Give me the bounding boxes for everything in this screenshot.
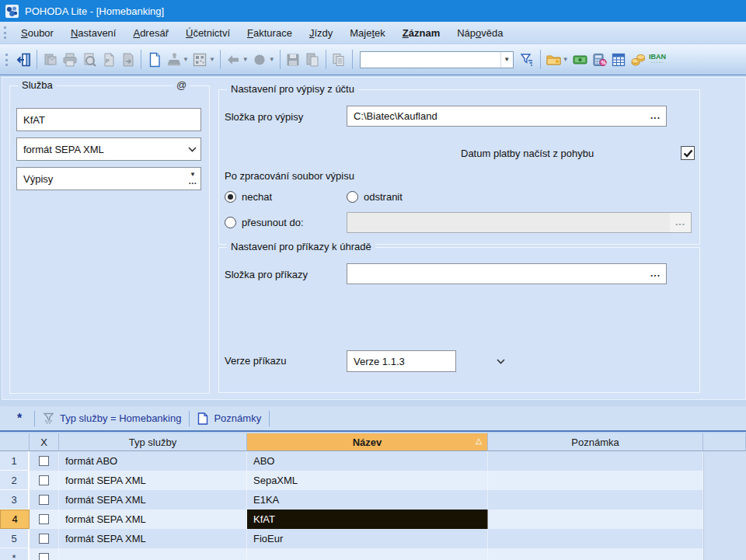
quick-search-combo[interactable]: ▼ — [360, 51, 514, 68]
presunout-folder-input[interactable] — [347, 213, 670, 232]
folder-vypisy-field[interactable]: ... — [347, 106, 667, 127]
ellipsis-icon[interactable]: ... — [189, 178, 197, 185]
table-row[interactable]: 1 formát ABO ABO — [0, 451, 746, 471]
cell-typ-sluzby[interactable] — [59, 548, 247, 560]
radio-presunout[interactable]: přesunout do: — [225, 217, 304, 228]
qr-dropdown-icon[interactable]: ▼ — [209, 56, 215, 63]
row-checkbox-cell[interactable] — [30, 529, 59, 548]
row-checkbox-cell[interactable] — [30, 548, 59, 560]
iban-icon[interactable]: IBAN····· — [648, 50, 668, 69]
cell-typ-sluzby[interactable]: formát SEPA XML — [59, 510, 247, 529]
cell-typ-sluzby[interactable]: formát SEPA XML — [59, 529, 247, 548]
presunout-folder-field[interactable]: ... — [347, 212, 692, 233]
print-preview-icon[interactable] — [79, 50, 99, 69]
cell-nazev[interactable]: SepaXML — [247, 471, 488, 490]
cell-poznamka[interactable] — [488, 548, 703, 560]
row-number[interactable]: 5 — [0, 529, 30, 548]
row-checkbox-cell[interactable] — [30, 451, 59, 471]
currency-icon[interactable] — [629, 50, 648, 69]
tab-poznamky[interactable]: Poznámky — [190, 406, 269, 430]
menu-ucetnictvi[interactable]: Účetnictví — [177, 23, 239, 43]
combo-dropdown-icon[interactable]: ▼ — [500, 52, 513, 68]
row-checkbox-cell[interactable] — [30, 490, 59, 510]
row-checkbox[interactable] — [39, 456, 49, 466]
header-x[interactable]: X — [30, 433, 59, 451]
favorites-dropdown-icon[interactable]: ▼ — [563, 56, 569, 63]
table-row[interactable]: 3 formát SEPA XML E1KA — [0, 490, 746, 510]
service-agenda-value[interactable] — [17, 168, 185, 190]
exit-icon[interactable] — [14, 50, 33, 69]
calculator-icon[interactable] — [609, 50, 629, 69]
save-icon[interactable] — [284, 50, 303, 69]
row-number[interactable]: 3 — [0, 490, 30, 510]
radio-button-icon[interactable] — [225, 217, 236, 228]
row-checkbox[interactable] — [39, 534, 49, 544]
row-checkbox[interactable] — [39, 495, 49, 505]
header-poznamka[interactable]: Poznámka — [488, 433, 703, 451]
cell-poznamka[interactable] — [488, 510, 703, 529]
cell-poznamka[interactable] — [488, 529, 703, 548]
radio-button-icon[interactable] — [225, 191, 236, 203]
tax-calculator-icon[interactable]: % — [590, 50, 609, 69]
quick-search-input[interactable] — [361, 53, 500, 67]
row-number[interactable]: 4 — [0, 510, 30, 529]
cell-typ-sluzby[interactable]: formát SEPA XML — [59, 471, 247, 490]
row-checkbox[interactable] — [39, 553, 49, 560]
agenda-split-button[interactable]: ▼ ... — [185, 168, 200, 190]
stamp-dropdown-icon[interactable]: ▼ — [183, 56, 189, 63]
verze-prikazu-value[interactable] — [347, 351, 497, 371]
table-row[interactable]: 2 formát SEPA XML SepaXML — [0, 471, 746, 490]
service-format-value[interactable] — [17, 138, 183, 160]
back-dropdown-icon[interactable]: ▼ — [242, 56, 249, 63]
menu-nastaveni[interactable]: Nastavení — [62, 23, 125, 43]
header-gutter[interactable] — [0, 433, 30, 451]
radio-odstranit[interactable]: odstranit — [347, 191, 403, 203]
tab-filter[interactable]: Typ služby = Homebanking — [35, 406, 189, 430]
browse-icon[interactable]: ... — [645, 113, 666, 119]
service-agenda-field[interactable]: ▼ ... — [16, 167, 201, 190]
datum-platby-checkbox[interactable] — [681, 146, 695, 160]
row-checkbox[interactable] — [39, 475, 49, 485]
row-checkbox-cell[interactable] — [30, 471, 59, 490]
service-name-input[interactable] — [17, 109, 200, 130]
row-checkbox[interactable] — [39, 514, 49, 524]
folder-prikazy-field[interactable]: ... — [347, 263, 667, 284]
filter-icon[interactable] — [518, 50, 537, 69]
export-icon[interactable] — [118, 50, 138, 69]
mail-merge-icon[interactable] — [40, 50, 60, 69]
stamp-icon[interactable] — [164, 50, 183, 69]
row-number[interactable]: * — [0, 548, 30, 560]
menu-jizdy[interactable]: Jízdy — [301, 23, 341, 43]
row-checkbox-cell[interactable] — [30, 510, 59, 529]
browse-icon[interactable]: ... — [670, 213, 691, 232]
folder-vypisy-input[interactable] — [347, 106, 645, 126]
service-format-select[interactable] — [16, 137, 201, 161]
row-number[interactable]: 1 — [0, 451, 30, 471]
favorites-folder-icon[interactable] — [544, 50, 563, 69]
qr-payment-icon[interactable] — [190, 50, 210, 69]
pdf-export-icon[interactable]: P — [99, 50, 118, 69]
copy-icon[interactable] — [329, 50, 349, 69]
radio-button-icon[interactable] — [347, 191, 358, 203]
new-record-icon[interactable] — [145, 50, 164, 69]
cell-poznamka[interactable] — [488, 490, 703, 510]
cell-nazev-selected[interactable]: KfAT — [247, 510, 488, 529]
row-number[interactable]: 2 — [0, 471, 30, 490]
cell-nazev[interactable]: ABO — [247, 451, 488, 471]
print-icon[interactable] — [60, 50, 79, 69]
menu-adresar[interactable]: Adresář — [124, 23, 177, 43]
table-row[interactable]: 5 formát SEPA XML FioEur — [0, 529, 746, 548]
menu-fakturace[interactable]: Fakturace — [239, 23, 301, 43]
table-row-selected[interactable]: 4 formát SEPA XML KfAT — [0, 510, 746, 529]
cell-poznamka[interactable] — [488, 471, 703, 490]
cash-icon[interactable] — [570, 50, 590, 69]
actions-dropdown-icon[interactable]: ▼ — [269, 56, 275, 63]
chevron-down-icon[interactable] — [183, 138, 200, 160]
toolbar-grip[interactable] — [5, 54, 8, 66]
cell-typ-sluzby[interactable]: formát SEPA XML — [59, 490, 247, 510]
verze-prikazu-select[interactable] — [347, 350, 456, 372]
back-icon[interactable] — [224, 50, 243, 69]
menu-soubor[interactable]: Soubor — [12, 23, 62, 43]
table-row-new[interactable]: * — [0, 548, 746, 560]
chevron-down-icon[interactable] — [497, 351, 505, 371]
